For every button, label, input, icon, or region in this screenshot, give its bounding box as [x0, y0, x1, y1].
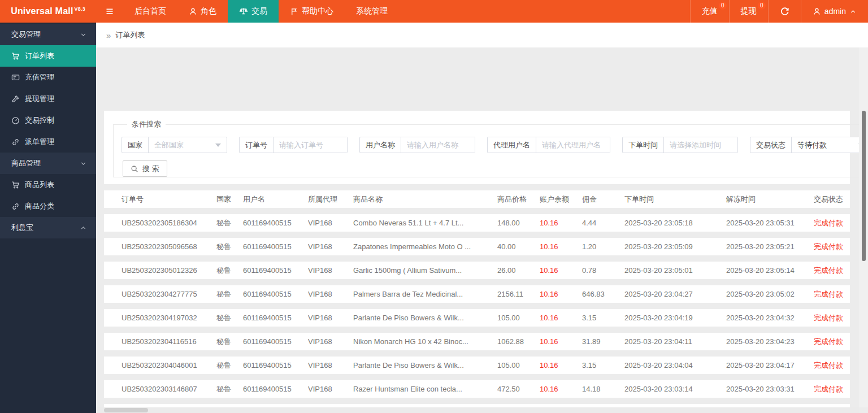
col-header-unfreeze-time: 解冻时间 — [726, 194, 814, 205]
table-row: UB2503202305012326 秘鲁 601169400515 VIP16… — [104, 262, 850, 279]
cell-status: 完成付款 — [814, 289, 850, 299]
link-icon — [11, 138, 20, 146]
sidebar-group-label: 商品管理 — [11, 158, 41, 168]
trade-status-select[interactable]: 等待付款 — [792, 137, 868, 153]
cell-product: Combo Neveras 51.1 Lt + 4.7 Lt... — [353, 219, 497, 227]
cell-commission: 0.78 — [582, 266, 624, 275]
table-body: UB2503202305186304 秘鲁 601169400515 VIP16… — [104, 214, 850, 398]
cell-balance: 10.16 — [540, 314, 582, 322]
cell-country: 秘鲁 — [216, 337, 243, 347]
agent-name-label: 代理用户名 — [488, 137, 536, 153]
sidebar: 交易管理 订单列表 充值管理 提现管理 交易控制 派单管理 商品管理 — [0, 23, 96, 413]
col-header-agent: 所属代理 — [308, 194, 353, 205]
withdraw-button[interactable]: 提现 0 — [729, 0, 768, 23]
country-select[interactable]: 全部国家 — [149, 137, 227, 153]
cell-order-time: 2025-03-20 23:04:27 — [624, 290, 726, 298]
table-row: UB2503202304116516 秘鲁 601169400515 VIP16… — [104, 333, 850, 350]
sidebar-group-interest-treasure[interactable]: 利息宝 — [0, 217, 96, 238]
menu-toggle-button[interactable] — [96, 0, 123, 23]
cell-country: 秘鲁 — [216, 289, 243, 299]
hamburger-icon — [105, 7, 114, 16]
table-row: UB2503202304277775 秘鲁 601169400515 VIP16… — [104, 285, 850, 303]
topbar: Universal MallV8.3 后台首页 角色 交易 帮助中心 系统 — [0, 0, 868, 23]
nav-dashboard[interactable]: 后台首页 — [123, 0, 177, 23]
horizontal-scrollbar-thumb[interactable] — [104, 408, 148, 412]
recharge-button[interactable]: 充值 0 — [690, 0, 729, 23]
vertical-scrollbar-track[interactable] — [859, 47, 868, 407]
chevron-down-icon — [80, 31, 87, 38]
cell-price: 148.00 — [497, 219, 540, 227]
cell-agent: VIP168 — [308, 314, 353, 322]
cell-country: 秘鲁 — [216, 242, 243, 252]
table-row: UB2503202305186304 秘鲁 601169400515 VIP16… — [104, 214, 850, 232]
cell-country: 秘鲁 — [216, 313, 243, 323]
nav-roles[interactable]: 角色 — [177, 0, 228, 23]
cell-username: 601169400515 — [243, 290, 308, 298]
sidebar-group-product-management[interactable]: 商品管理 — [0, 153, 96, 174]
withdraw-label: 提现 — [741, 6, 757, 16]
cart-icon — [11, 52, 20, 60]
cell-order-no: UB2503202303146807 — [104, 385, 216, 393]
user-menu[interactable]: admin — [801, 0, 868, 23]
user-name-input[interactable] — [401, 137, 475, 153]
card-icon — [11, 73, 20, 82]
cell-order-time: 2025-03-20 23:03:14 — [624, 385, 726, 393]
refresh-button[interactable] — [768, 0, 801, 23]
cell-unfreeze-time: 2025-03-20 23:04:23 — [726, 337, 814, 346]
cell-price: 2156.11 — [497, 290, 540, 298]
sidebar-group-trade-management[interactable]: 交易管理 — [0, 24, 96, 45]
horizontal-scrollbar-track[interactable] — [96, 407, 859, 413]
order-no-input[interactable] — [274, 137, 347, 153]
cell-status: 完成付款 — [814, 384, 850, 394]
refresh-icon — [780, 7, 789, 16]
vertical-scrollbar-thumb[interactable] — [862, 111, 866, 261]
person-icon — [813, 7, 821, 16]
col-header-order-time: 下单时间 — [624, 194, 726, 205]
sidebar-item-label: 提现管理 — [25, 94, 54, 104]
cell-order-time: 2025-03-20 23:04:04 — [624, 361, 726, 369]
cell-price: 105.00 — [497, 314, 540, 322]
cell-username: 601169400515 — [243, 219, 308, 227]
col-header-price: 商品价格 — [497, 194, 540, 205]
table-row: UB2503202304046001 秘鲁 601169400515 VIP16… — [104, 357, 850, 374]
order-time-filter: 下单时间 — [622, 137, 738, 153]
cell-unfreeze-time: 2025-03-20 23:05:02 — [726, 290, 814, 298]
cell-order-no: UB2503202305096568 — [104, 242, 216, 251]
cell-status: 完成付款 — [814, 313, 850, 323]
cell-balance: 10.16 — [540, 361, 582, 369]
nav-system[interactable]: 系统管理 — [345, 0, 399, 23]
cell-commission: 31.89 — [582, 337, 624, 346]
cart-icon — [11, 181, 20, 189]
sidebar-item-dispatch-management[interactable]: 派单管理 — [0, 131, 96, 153]
sidebar-item-product-category[interactable]: 商品分类 — [0, 195, 96, 217]
sidebar-item-product-list[interactable]: 商品列表 — [0, 174, 96, 195]
cell-username: 601169400515 — [243, 361, 308, 369]
sidebar-item-recharge-management[interactable]: 充值管理 — [0, 67, 96, 88]
username-label: admin — [824, 7, 846, 16]
cell-country: 秘鲁 — [216, 218, 243, 228]
cell-product: Parlante De Piso Bowers & Wilk... — [353, 314, 497, 322]
sidebar-item-order-list[interactable]: 订单列表 — [0, 45, 96, 67]
sidebar-group-label: 交易管理 — [11, 29, 41, 40]
condition-search-legend: 条件搜索 — [127, 119, 166, 129]
nav-trade[interactable]: 交易 — [228, 0, 279, 23]
col-header-commission: 佣金 — [582, 194, 624, 205]
user-name-label: 用户名称 — [360, 137, 401, 153]
chevron-up-icon — [849, 8, 857, 15]
cell-order-time: 2025-03-20 23:05:01 — [624, 266, 726, 275]
topbar-right: 充值 0 提现 0 admin — [690, 0, 868, 23]
nav-help-center[interactable]: 帮助中心 — [279, 0, 345, 23]
cell-username: 601169400515 — [243, 385, 308, 393]
nav-roles-label: 角色 — [201, 6, 216, 16]
sidebar-item-trade-control[interactable]: 交易控制 — [0, 110, 96, 131]
cell-order-time: 2025-03-20 23:04:19 — [624, 314, 726, 322]
search-button[interactable]: 搜 索 — [123, 160, 167, 177]
cell-price: 472.50 — [497, 385, 540, 393]
search-button-label: 搜 索 — [142, 164, 159, 174]
sidebar-item-withdraw-management[interactable]: 提现管理 — [0, 88, 96, 110]
cell-username: 601169400515 — [243, 266, 308, 275]
agent-name-input[interactable] — [536, 137, 610, 153]
order-time-label: 下单时间 — [623, 137, 664, 153]
order-time-input[interactable] — [664, 137, 737, 153]
country-select-value: 全部国家 — [154, 140, 184, 150]
